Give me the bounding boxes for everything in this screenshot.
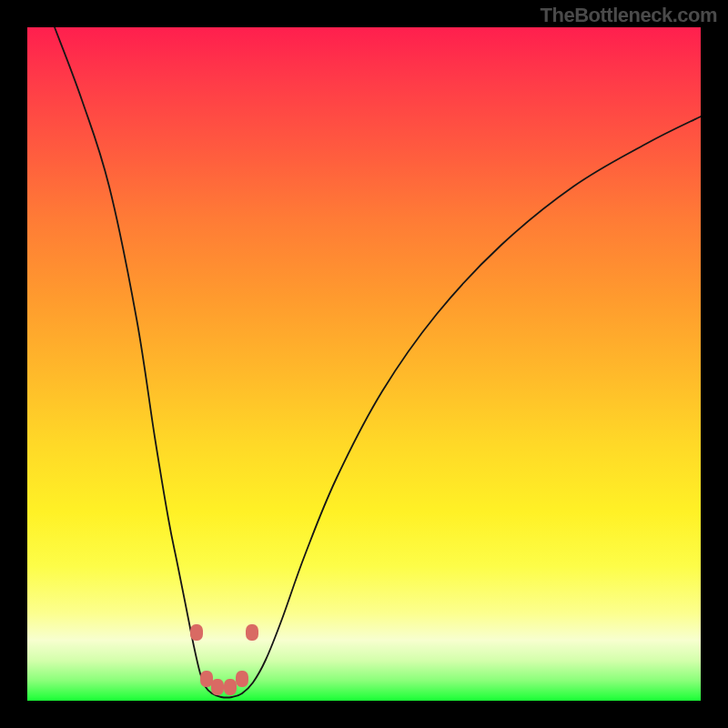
- curve-marker: [211, 679, 224, 695]
- curve-marker: [236, 671, 248, 687]
- curve-marker: [190, 624, 203, 641]
- plot-area: [27, 27, 701, 701]
- curve-marker: [224, 679, 237, 695]
- bottleneck-curve: [55, 27, 701, 698]
- chart-frame: TheBottleneck.com: [0, 0, 728, 728]
- curve-marker: [200, 671, 213, 687]
- curve-markers: [190, 624, 258, 695]
- curve-svg: [27, 27, 701, 701]
- watermark-label: TheBottleneck.com: [541, 4, 717, 27]
- curve-marker: [246, 624, 258, 641]
